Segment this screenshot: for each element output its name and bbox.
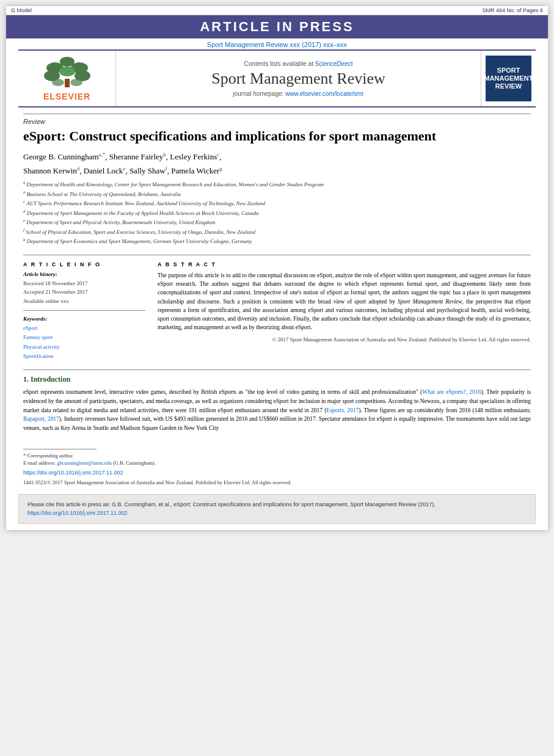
citation-box: Please cite this article in press as: G.… [18,494,536,524]
introduction-body: eSport represents tournament level, inte… [23,388,531,433]
left-col-divider [23,310,145,311]
main-content: Review eSport: Construct specifications … [6,107,548,439]
esports-link-1[interactable]: What are eSports?, 2016 [422,389,481,395]
footnote-divider [23,449,97,449]
journal-italic: Sport Management Review [398,299,462,305]
journal-homepage-line: journal homepage: www.elsevier.com/locat… [233,90,364,97]
affiliation-item: e Department of Sport and Physical Activ… [23,217,531,227]
received-date: Received 18 November 2017 [23,279,145,288]
journal-name: Sport Management Review [211,70,385,88]
svg-point-7 [52,79,64,86]
journal-homepage-link[interactable]: www.elsevier.com/locate/smr [285,90,363,97]
copyright-line: © 2017 Sport Management Association of A… [158,336,531,344]
abstract-col: A B S T R A C T The purpose of this arti… [158,261,531,361]
affiliation-item: c AUT Sports Performance Research Instit… [23,198,531,208]
citation-doi-link[interactable]: https://doi.org/10.1016/j.smr.2017.11.00… [27,510,128,516]
copyright-footer: 1441-3523/© 2017 Sport Management Associ… [6,478,548,489]
doi-line: https://doi.org/10.1016/j.smr.2017.11.00… [6,467,548,478]
keywords-label: Keywords: [23,316,145,322]
journal-center: Contents lists available at ScienceDirec… [116,51,481,106]
affiliation-item: a Department of Health and Kinesiology, … [23,180,531,189]
keyword-item: eSport [23,324,145,333]
svg-rect-6 [65,79,70,87]
keyword-item: Sportification [23,352,145,361]
article-title: eSport: Construct specifications and imp… [23,128,531,145]
article-info-header: A R T I C L E I N F O [23,261,145,267]
esports-link-2[interactable]: Esports, 2017 [326,407,359,413]
abstract-header: A B S T R A C T [158,261,531,267]
review-label: Review [23,114,531,125]
author-cunningham: George B. Cunningham [23,152,99,161]
svg-point-5 [59,67,75,76]
doi-link[interactable]: https://doi.org/10.1016/j.smr.2017.11.00… [23,470,123,476]
affiliation-item: b Business School at The University of Q… [23,189,531,199]
elsevier-tree-icon [43,56,92,89]
sciencedirect-link[interactable]: ScienceDirect [315,60,353,67]
keywords-list: eSportFantasy sportPhysical activitySpor… [23,324,145,361]
accepted-date: Accepted 21 November 2017 [23,288,145,296]
affiliation-item: d Department of Sport Management in the … [23,208,531,218]
two-col-section: A R T I C L E I N F O Article history: R… [23,255,531,361]
journal-info-row: ELSEVIER Contents lists available at Sci… [18,49,536,107]
authors-line1: George B. Cunninghama,*, Sheranne Fairle… [23,151,531,162]
affiliation-item: g Department of Sport Economics and Spor… [23,236,531,246]
sciencedirect-line: Contents lists available at ScienceDirec… [244,60,353,67]
available-online: Available online xxx [23,297,145,305]
article-history-label: Article history: [23,271,145,277]
author-kerwin: Shannon Kerwin [23,166,77,175]
author-sup7: g [219,165,222,172]
introduction-section: 1. Introduction eSport represents tourna… [23,369,531,433]
elsevier-logo-area: ELSEVIER [18,51,116,106]
article-info-col: A R T I C L E I N F O Article history: R… [23,261,145,361]
email-link[interactable]: gbcunningham@tamu.edu [57,460,112,466]
affiliation-item: f School of Physical Education, Sport an… [23,227,531,237]
abstract-text: The purpose of this article is to add to… [158,271,531,332]
gmodel-left: G Model [11,7,32,13]
keyword-item: Physical activity [23,343,145,352]
authors-line2: Shannon Kerwind, Daniel Locke, Sally Sha… [23,165,531,176]
esports-link-3[interactable]: Rapaport, 2017 [23,416,59,422]
introduction-heading: 1. Introduction [23,375,531,384]
sport-logo-area: SPORT MANAGEMENT REVIEW [481,51,536,106]
journal-citation-header: Sport Management Review xxx (2017) xxx–x… [6,38,548,49]
gmodel-bar: G Model SMR 464 No. of Pages 6 [6,6,548,15]
sport-logo-box: SPORT MANAGEMENT REVIEW [486,56,531,101]
article-in-press-banner: ARTICLE IN PRESS [6,15,548,38]
keyword-item: Fantasy sport [23,333,145,342]
author-sup1: a,* [99,151,106,158]
svg-point-8 [70,79,82,86]
elsevier-name: ELSEVIER [43,92,90,101]
gmodel-right: SMR 464 No. of Pages 6 [482,7,543,13]
affiliations: a Department of Health and Kinesiology, … [23,180,531,246]
corresponding-note: * Corresponding author. [23,452,531,460]
email-note: E-mail address: gbcunningham@tamu.edu (G… [23,459,531,467]
footnote-area: * Corresponding author. E-mail address: … [6,452,548,468]
